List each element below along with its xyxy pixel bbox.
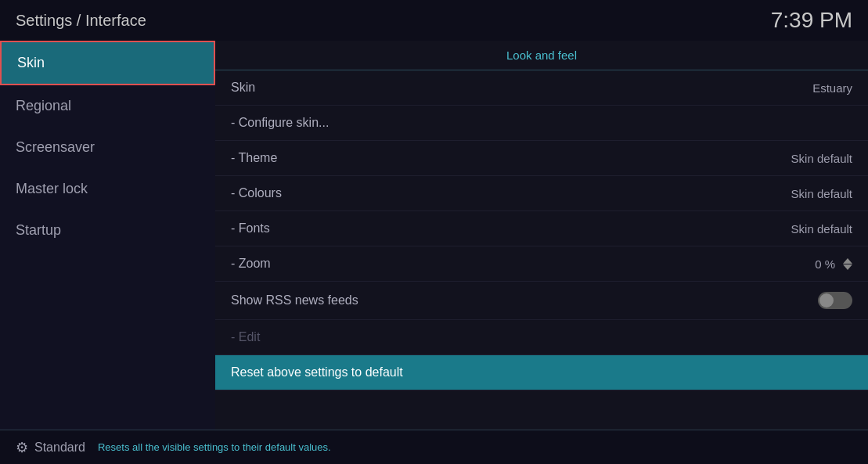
setting-value-show-rss: [818, 292, 852, 309]
main-layout: Skin Regional Screensaver Master lock St…: [0, 41, 868, 430]
sidebar: Skin Regional Screensaver Master lock St…: [0, 41, 215, 430]
zoom-down-arrow[interactable]: [843, 264, 852, 270]
setting-row-reset[interactable]: Reset above settings to default: [215, 355, 868, 390]
setting-value-skin: Estuary: [812, 81, 852, 95]
setting-value-colours: Skin default: [791, 187, 852, 200]
setting-row-configure-skin[interactable]: - Configure skin...: [215, 106, 868, 141]
settings-level-button[interactable]: ⚙ Standard: [16, 439, 85, 456]
setting-row-edit[interactable]: - Edit: [215, 320, 868, 355]
setting-row-skin[interactable]: Skin Estuary: [215, 70, 868, 106]
setting-label-configure-skin: - Configure skin...: [231, 116, 329, 130]
setting-row-fonts[interactable]: - Fonts Skin default: [215, 211, 868, 246]
sidebar-item-regional[interactable]: Regional: [0, 85, 215, 127]
footer-hint: Resets all the visible settings to their…: [98, 441, 331, 453]
setting-value-fonts: Skin default: [791, 222, 852, 236]
zoom-spinner[interactable]: [843, 258, 852, 270]
zoom-up-arrow[interactable]: [843, 258, 852, 264]
setting-label-colours: - Colours: [231, 186, 282, 200]
sidebar-item-startup[interactable]: Startup: [0, 210, 215, 251]
header: Settings / Interface 7:39 PM: [0, 0, 868, 41]
setting-label-theme: - Theme: [231, 151, 277, 165]
content-area: Look and feel Skin Estuary - Configure s…: [215, 41, 868, 430]
setting-value-theme: Skin default: [791, 152, 852, 165]
sidebar-item-screensaver[interactable]: Screensaver: [0, 127, 215, 168]
page-title: Settings / Interface: [16, 12, 146, 30]
setting-row-colours[interactable]: - Colours Skin default: [215, 176, 868, 211]
setting-row-zoom[interactable]: - Zoom 0 %: [215, 246, 868, 282]
section-title: Look and feel: [215, 41, 868, 70]
setting-label-zoom: - Zoom: [231, 257, 271, 271]
footer: ⚙ Standard Resets all the visible settin…: [0, 430, 868, 464]
sidebar-item-master-lock[interactable]: Master lock: [0, 168, 215, 210]
gear-icon: ⚙: [16, 439, 28, 456]
settings-level-label: Standard: [34, 441, 85, 455]
setting-value-zoom: 0 %: [815, 257, 852, 271]
clock: 7:39 PM: [771, 8, 852, 33]
setting-label-show-rss: Show RSS news feeds: [231, 293, 358, 308]
setting-row-show-rss[interactable]: Show RSS news feeds: [215, 282, 868, 320]
setting-row-theme[interactable]: - Theme Skin default: [215, 141, 868, 176]
rss-toggle[interactable]: [818, 292, 852, 309]
setting-label-reset: Reset above settings to default: [231, 365, 403, 379]
settings-list: Skin Estuary - Configure skin... - Theme…: [215, 70, 868, 430]
setting-label-skin: Skin: [231, 81, 255, 95]
setting-label-edit: - Edit: [231, 330, 260, 344]
setting-label-fonts: - Fonts: [231, 221, 270, 236]
sidebar-item-skin[interactable]: Skin: [0, 41, 215, 85]
